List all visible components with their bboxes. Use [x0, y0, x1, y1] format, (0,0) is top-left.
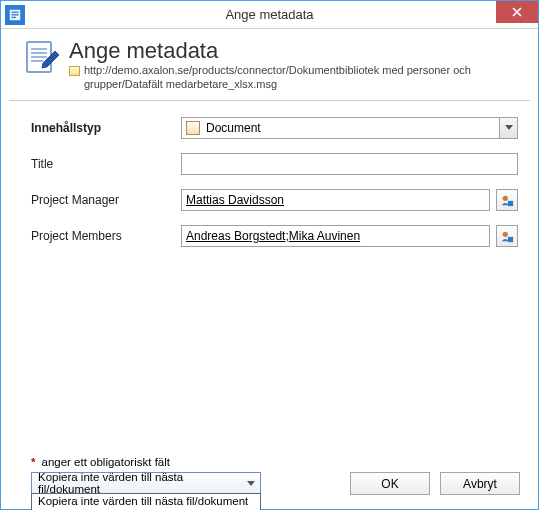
copy-option[interactable]: Kopiera inte värden till nästa fil/dokum… [32, 494, 260, 508]
copy-values-selected: Kopiera inte värden till nästa fil/dokum… [38, 471, 240, 495]
titlebar: Ange metadata [1, 1, 538, 29]
person-link[interactable]: Andreas Borgstedt [186, 229, 285, 243]
footer: *anger ett obligatoriskt fält Kopiera in… [1, 456, 538, 509]
ok-button[interactable]: OK [350, 472, 430, 495]
chevron-down-icon [499, 118, 517, 138]
chevron-down-icon [244, 476, 258, 490]
header: Ange metadata http://demo.axalon.se/prod… [9, 29, 530, 101]
window-title: Ange metadata [225, 7, 313, 22]
app-icon [5, 5, 25, 25]
label-content-type: Innehållstyp [31, 121, 181, 135]
people-picker-button[interactable] [496, 225, 518, 247]
svg-rect-3 [12, 16, 16, 17]
document-url: http://demo.axalon.se/products/connector… [84, 63, 516, 92]
svg-rect-1 [12, 11, 19, 12]
title-input[interactable] [181, 153, 518, 175]
copy-values-options: Kopiera inte värden till nästa fil/dokum… [31, 493, 261, 510]
close-button[interactable] [496, 1, 538, 23]
person-link[interactable]: Mika Auvinen [289, 229, 360, 243]
required-note: *anger ett obligatoriskt fält [31, 456, 520, 468]
svg-rect-10 [508, 201, 513, 206]
svg-rect-2 [12, 14, 19, 15]
label-title: Title [31, 157, 181, 171]
svg-rect-12 [508, 237, 513, 242]
label-project-members: Project Members [31, 229, 181, 243]
document-type-icon [186, 121, 200, 135]
project-manager-input[interactable]: Mattias Davidsson [181, 189, 490, 211]
document-edit-icon [23, 39, 61, 77]
content-type-value: Document [206, 121, 261, 135]
project-members-input[interactable]: Andreas Borgstedt; Mika Auvinen [181, 225, 490, 247]
form: Innehållstyp Document Title Project Mana… [1, 101, 538, 456]
label-project-manager: Project Manager [31, 193, 181, 207]
person-link[interactable]: Mattias Davidsson [186, 193, 284, 207]
asterisk-icon: * [31, 456, 35, 468]
cancel-button[interactable]: Avbryt [440, 472, 520, 495]
people-picker-button[interactable] [496, 189, 518, 211]
content-type-select[interactable]: Document [181, 117, 518, 139]
page-title: Ange metadata [69, 39, 516, 63]
svg-point-9 [503, 195, 508, 200]
copy-values-select[interactable]: Kopiera inte värden till nästa fil/dokum… [31, 472, 261, 494]
metadata-dialog: Ange metadata Ange metadata http://demo.… [0, 0, 539, 510]
svg-point-11 [503, 231, 508, 236]
mail-icon [69, 66, 80, 76]
